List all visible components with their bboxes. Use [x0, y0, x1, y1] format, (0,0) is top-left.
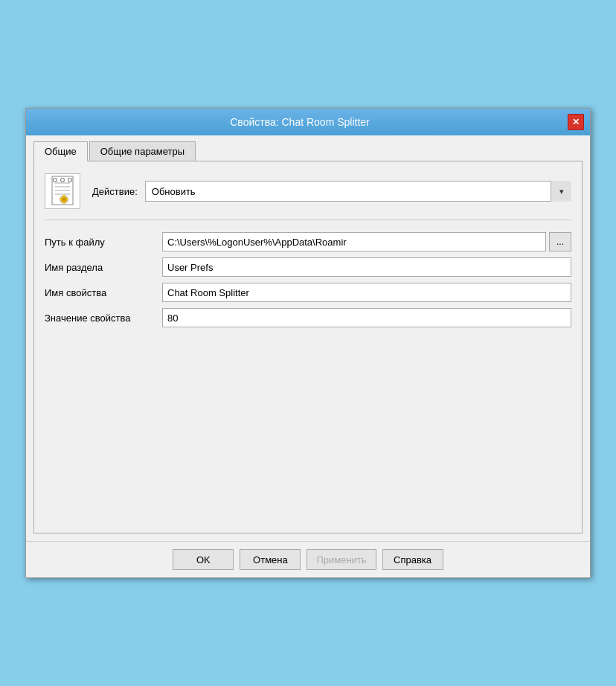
tabs-bar: Общие Общие параметры	[33, 141, 583, 161]
tab-general[interactable]: Общие	[33, 141, 88, 161]
label-file-path: Путь к файлу	[45, 237, 156, 248]
window-title: Свойства: Chat Room Splitter	[32, 116, 568, 128]
help-button[interactable]: Справка	[382, 549, 443, 570]
label-section-name: Имя раздела	[45, 262, 156, 273]
svg-rect-10	[63, 195, 65, 197]
tab-content: Действие: Обновить ▾ Путь к файлу ... Им	[33, 161, 583, 533]
property-name-row	[162, 283, 571, 302]
property-value-row	[162, 308, 571, 327]
action-row: Действие: Обновить ▾	[45, 173, 571, 220]
close-button[interactable]: ✕	[568, 114, 584, 130]
cancel-button[interactable]: Отмена	[240, 549, 301, 570]
action-select[interactable]: Обновить	[145, 181, 571, 202]
bottom-bar: OK Отмена Применить Справка	[26, 541, 590, 577]
apply-button[interactable]: Применить	[307, 549, 376, 570]
action-icon-box	[45, 173, 80, 209]
ok-button[interactable]: OK	[173, 549, 234, 570]
action-select-wrapper: Обновить ▾	[145, 181, 571, 202]
svg-rect-13	[67, 199, 69, 200]
property-value-input[interactable]	[162, 308, 571, 327]
notebook-icon	[49, 176, 76, 207]
section-name-row	[162, 257, 571, 277]
form-grid: Путь к файлу ... Имя раздела Имя свойств…	[45, 232, 571, 327]
browse-button[interactable]: ...	[549, 232, 571, 251]
action-label: Действие:	[92, 186, 138, 197]
file-path-input[interactable]	[162, 232, 546, 251]
svg-point-9	[62, 198, 66, 202]
tab-general-params[interactable]: Общие параметры	[89, 141, 196, 161]
title-bar: Свойства: Chat Room Splitter ✕	[26, 109, 590, 135]
window-body: Общие Общие параметры	[26, 135, 590, 541]
section-name-input[interactable]	[162, 257, 571, 277]
label-property-value: Значение свойства	[45, 312, 156, 324]
svg-rect-12	[60, 199, 62, 200]
content-spacer	[45, 327, 571, 521]
label-property-name: Имя свойства	[45, 287, 156, 298]
property-name-input[interactable]	[162, 283, 571, 302]
svg-rect-11	[63, 202, 65, 205]
main-window: Свойства: Chat Room Splitter ✕ Общие Общ…	[25, 108, 591, 578]
file-path-row: ...	[162, 232, 571, 251]
